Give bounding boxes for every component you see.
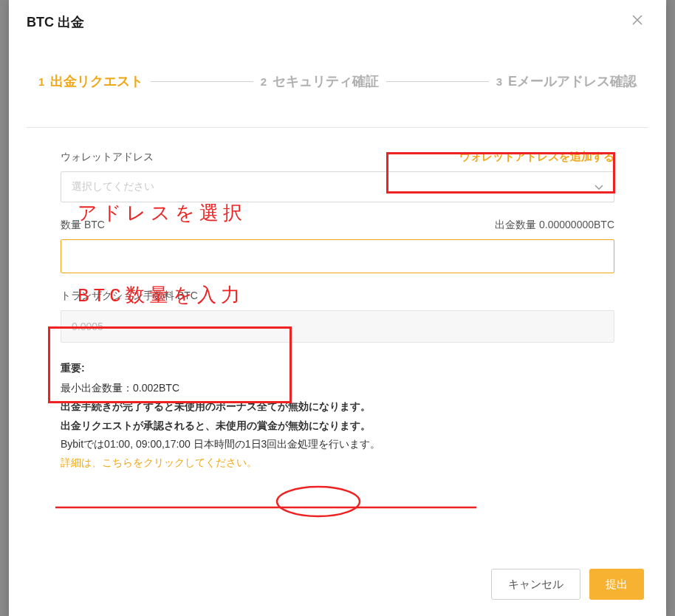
amount-label-row: 数量 BTC 出金数量 0.00000000BTC <box>61 219 614 232</box>
wallet-select[interactable]: 選択してください <box>61 171 614 202</box>
add-wallet-link[interactable]: ウォレットアドレスを追加する <box>459 150 614 164</box>
schedule-text: Bybitでは01:00, 09:00,17:00 日本時間の1日3回出金処理を… <box>61 435 614 454</box>
min-withdraw-text: 最小出金数量：0.002BTC <box>61 379 614 397</box>
step-1: 1 出金リクエスト <box>38 72 143 90</box>
fee-display: 0.0005 <box>61 310 614 343</box>
step-3-label: Eメールアドレス確認 <box>508 72 637 90</box>
withdraw-amount-display: 出金数量 0.00000000BTC <box>495 219 614 232</box>
step-3-num: 3 <box>496 75 502 88</box>
close-button[interactable] <box>631 13 648 31</box>
withdraw-amount-value: 0.00000000BTC <box>539 219 614 230</box>
wallet-label-row: ウォレットアドレス ウォレットアドレスを追加する <box>61 150 614 164</box>
step-2-label: セキュリティ確証 <box>273 72 379 90</box>
wallet-select-placeholder: 選択してください <box>72 180 154 194</box>
withdraw-modal: BTC 出金 1 出金リクエスト 2 セキュリティ確証 3 Eメールアドレス確認… <box>9 0 666 616</box>
chevron-down-icon <box>595 181 603 193</box>
fee-label: トランザクション手数料 BTC <box>61 290 614 303</box>
modal-header: BTC 出金 <box>9 0 666 43</box>
step-1-label: 出金リクエスト <box>50 72 143 90</box>
important-section: 重要: 最小出金数量：0.002BTC 出金手続きが完了すると未使用のボーナス全… <box>61 359 614 472</box>
amount-label: 数量 BTC <box>61 219 105 232</box>
close-icon <box>631 13 644 27</box>
detail-link[interactable]: 詳細は、こちらをクリックしてください。 <box>61 454 614 472</box>
step-indicator: 1 出金リクエスト 2 セキュリティ確証 3 Eメールアドレス確認 <box>9 43 666 112</box>
divider <box>27 127 648 128</box>
step-connector <box>386 81 488 82</box>
step-2: 2 セキュリティ確証 <box>261 72 379 90</box>
submit-button[interactable]: 提出 <box>589 569 644 600</box>
wallet-label: ウォレットアドレス <box>61 151 154 164</box>
important-title: 重要: <box>61 359 614 377</box>
modal-title: BTC 出金 <box>27 13 84 31</box>
fee-value: 0.0005 <box>72 321 103 332</box>
withdraw-amount-label: 出金数量 <box>495 219 536 230</box>
wallet-field-group: ウォレットアドレス ウォレットアドレスを追加する 選択してください <box>61 150 614 202</box>
amount-field-group: 数量 BTC 出金数量 0.00000000BTC <box>61 219 614 273</box>
cancel-button[interactable]: キャンセル <box>491 569 580 600</box>
step-connector <box>151 81 253 82</box>
form-body: ウォレットアドレス ウォレットアドレスを追加する 選択してください 数量 BTC… <box>9 150 666 472</box>
step-2-num: 2 <box>261 75 267 88</box>
step-3: 3 Eメールアドレス確認 <box>496 72 637 90</box>
step-1-num: 1 <box>38 75 44 88</box>
fee-field-group: トランザクション手数料 BTC 0.0005 <box>61 290 614 343</box>
amount-input[interactable] <box>61 239 614 273</box>
modal-footer: キャンセル 提出 <box>491 569 644 600</box>
important-line-1: 出金手続きが完了すると未使用のボーナス全てが無効になります。 <box>61 397 614 416</box>
important-line-2: 出金リクエストが承認されると、未使用の賞金が無効になります。 <box>61 417 614 435</box>
